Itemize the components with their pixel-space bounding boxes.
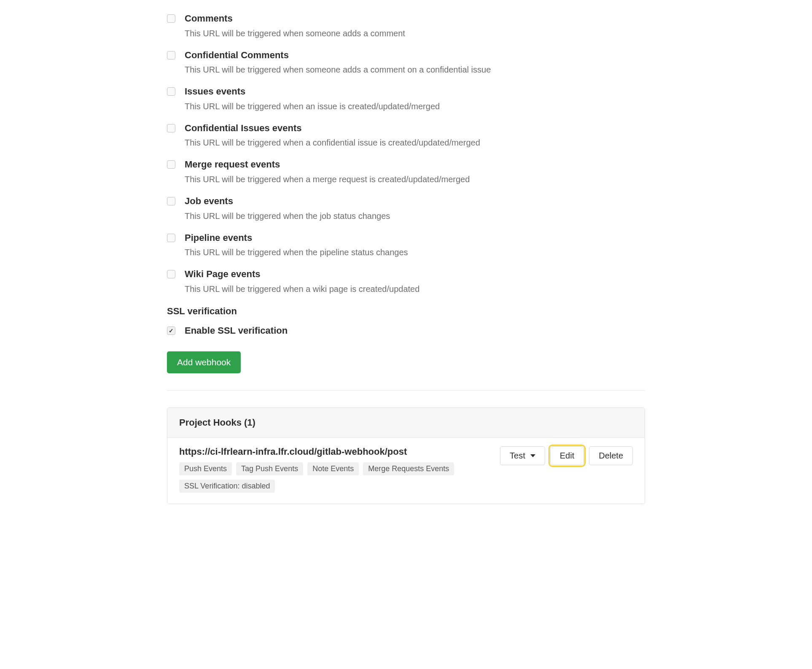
hook-badge: Tag Push Events [236,462,303,475]
hook-url: https://ci-lfrlearn-infra.lfr.cloud/gitl… [179,446,492,457]
delete-button[interactable]: Delete [589,446,633,465]
ssl-enable-label: Enable SSL verification [185,325,288,336]
trigger-title: Job events [185,195,645,208]
project-hooks-title: Project Hooks (1) [167,408,645,438]
trigger-pipeline-events: Pipeline events This URL will be trigger… [167,232,645,259]
divider [167,390,645,391]
trigger-comments: Comments This URL will be triggered when… [167,13,645,39]
trigger-title: Wiki Page events [185,268,645,281]
trigger-desc: This URL will be triggered when a merge … [185,173,645,185]
test-button[interactable]: Test [500,446,545,465]
add-webhook-button[interactable]: Add webhook [167,351,241,373]
trigger-title: Confidential Issues events [185,122,645,135]
edit-button[interactable]: Edit [550,446,584,465]
project-hooks-panel: Project Hooks (1) https://ci-lfrlearn-in… [167,407,645,504]
trigger-title: Comments [185,13,645,25]
trigger-wiki-page-events: Wiki Page events This URL will be trigge… [167,268,645,295]
trigger-comments-checkbox[interactable] [167,14,175,23]
trigger-title: Issues events [185,86,645,98]
trigger-desc: This URL will be triggered when someone … [185,27,645,39]
trigger-desc: This URL will be triggered when the pipe… [185,246,645,258]
hook-actions: Test Edit Delete [500,446,633,465]
trigger-desc: This URL will be triggered when the job … [185,210,645,222]
trigger-title: Merge request events [185,159,645,171]
trigger-confidential-comments: Confidential Comments This URL will be t… [167,49,645,76]
trigger-job-events-checkbox[interactable] [167,197,175,205]
trigger-pipeline-events-checkbox[interactable] [167,234,175,242]
chevron-down-icon [530,454,535,457]
hook-badge: Note Events [307,462,359,475]
trigger-merge-request-events-checkbox[interactable] [167,160,175,169]
ssl-enable-checkbox[interactable] [167,326,175,335]
trigger-confidential-issues-events-checkbox[interactable] [167,124,175,132]
test-button-label: Test [510,451,525,461]
trigger-desc: This URL will be triggered when a wiki p… [185,283,645,295]
trigger-confidential-comments-checkbox[interactable] [167,51,175,59]
trigger-title: Confidential Comments [185,49,645,62]
trigger-merge-request-events: Merge request events This URL will be tr… [167,159,645,185]
trigger-confidential-issues-events: Confidential Issues events This URL will… [167,122,645,149]
trigger-desc: This URL will be triggered when someone … [185,64,645,76]
trigger-job-events: Job events This URL will be triggered wh… [167,195,645,222]
hook-info: https://ci-lfrlearn-infra.lfr.cloud/gitl… [179,446,492,493]
trigger-issues-events: Issues events This URL will be triggered… [167,86,645,112]
hook-badge: Merge Requests Events [363,462,454,475]
hook-badge: SSL Verification: disabled [179,480,275,493]
hook-badges: Push Events Tag Push Events Note Events … [179,462,492,493]
trigger-issues-events-checkbox[interactable] [167,87,175,96]
trigger-wiki-page-events-checkbox[interactable] [167,270,175,278]
trigger-desc: This URL will be triggered when a confid… [185,137,645,148]
trigger-desc: This URL will be triggered when an issue… [185,100,645,112]
hook-badge: Push Events [179,462,232,475]
ssl-enable-row: Enable SSL verification [167,325,645,336]
trigger-title: Pipeline events [185,232,645,244]
ssl-section-label: SSL verification [167,306,645,317]
